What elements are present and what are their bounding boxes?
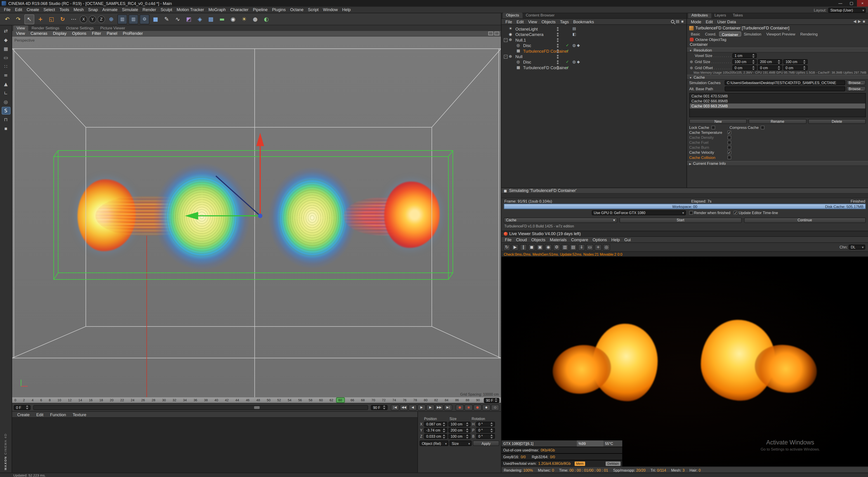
timeline-tick[interactable]: 42 bbox=[225, 398, 228, 402]
timeline-tick[interactable]: 68 bbox=[361, 398, 365, 402]
object-label[interactable]: Disc bbox=[523, 43, 531, 48]
pen-tool-icon[interactable]: ✎ bbox=[162, 14, 172, 24]
close-button[interactable]: × bbox=[857, 0, 868, 6]
timeline-tick[interactable]: 22 bbox=[120, 398, 124, 402]
enabled-check-icon[interactable]: ✓ bbox=[566, 49, 569, 53]
grid-size-field[interactable]: 200 cm bbox=[758, 59, 782, 64]
make-editable-icon[interactable]: ⇄ bbox=[1, 27, 10, 35]
perspective-viewport[interactable]: Perspective Grid Spacing: 10000 cm bbox=[12, 37, 501, 397]
end-frame-field[interactable]: 90 F bbox=[371, 405, 388, 410]
menu-item[interactable]: Character bbox=[228, 7, 251, 12]
live-viewer-menu-item[interactable]: Options bbox=[590, 237, 609, 242]
layout-dropdown[interactable]: Startup (User)▾ bbox=[828, 7, 866, 12]
live-selection-icon[interactable]: ↖ bbox=[24, 14, 34, 24]
record-position-button[interactable]: ● bbox=[473, 404, 482, 410]
parameter-tab[interactable]: Viewport Preview bbox=[764, 31, 798, 36]
visibility-dots[interactable] bbox=[557, 43, 559, 47]
parameter-tab[interactable]: Rendering bbox=[798, 31, 820, 36]
menu-item[interactable]: Edit bbox=[13, 7, 24, 12]
viewport-tab[interactable]: Octane Settings bbox=[63, 26, 97, 31]
play-button[interactable]: ▶ bbox=[417, 404, 426, 410]
size-field[interactable]: 100 cm bbox=[448, 422, 471, 426]
workplane-mode-icon[interactable]: ▭ bbox=[1, 54, 10, 61]
coordinate-system-icon[interactable]: ⊕ bbox=[106, 14, 116, 24]
filter-icon[interactable]: ▤ bbox=[676, 20, 679, 24]
position-field[interactable]: 0.087 cm bbox=[424, 422, 447, 426]
tree-row[interactable]: ▦ TurbulenceFD Container ✓ bbox=[502, 48, 686, 54]
viewport-tab[interactable]: View bbox=[13, 26, 28, 31]
keyframe-selection-button[interactable]: ◆ bbox=[482, 404, 491, 410]
menu-item[interactable]: Help bbox=[340, 7, 353, 12]
view-label[interactable]: Perspective bbox=[14, 38, 35, 42]
floor-icon[interactable]: ▬ bbox=[217, 14, 227, 24]
grid-offset-field[interactable]: 0 cm bbox=[733, 65, 757, 70]
camera-icon[interactable]: ◉ bbox=[545, 244, 552, 250]
attribute-menu-item[interactable]: User Data bbox=[715, 19, 738, 24]
object-label[interactable]: OctaneLight bbox=[515, 26, 538, 31]
timeline-tick[interactable]: 88 bbox=[466, 398, 469, 402]
timeline-tick[interactable]: 38 bbox=[204, 398, 208, 402]
viewport-menu-item[interactable]: View bbox=[13, 31, 28, 36]
live-viewer-menu-item[interactable]: Cloud bbox=[514, 237, 529, 242]
size-mode-dropdown[interactable]: Size▾ bbox=[450, 440, 472, 446]
menu-item[interactable]: Sculpt bbox=[158, 7, 175, 12]
timeline-tick[interactable]: 24 bbox=[131, 398, 134, 402]
menu-item[interactable]: Simulate bbox=[120, 7, 141, 12]
timeline-tick[interactable]: 40 bbox=[215, 398, 218, 402]
attribute-dock-tab[interactable]: Attributes bbox=[688, 13, 711, 18]
start-button[interactable]: Start bbox=[619, 217, 741, 223]
material-menu-item[interactable]: Function bbox=[47, 412, 69, 417]
timeline-tick[interactable]: 34 bbox=[183, 398, 187, 402]
object-label[interactable]: Null.1 bbox=[515, 37, 526, 42]
timeline-tick[interactable]: 32 bbox=[173, 398, 176, 402]
visibility-dots[interactable] bbox=[557, 38, 559, 42]
delete-cache-button[interactable]: Delete bbox=[808, 119, 866, 124]
workplane-lock-icon[interactable]: ▪ bbox=[1, 125, 10, 132]
attribute-dock-tab[interactable]: Takes bbox=[730, 13, 746, 18]
rotation-field[interactable]: 0 ° bbox=[476, 434, 495, 439]
timeline-tick[interactable]: 56 bbox=[298, 398, 302, 402]
timeline-tick[interactable]: 76 bbox=[403, 398, 406, 402]
menu-item[interactable]: Render bbox=[141, 7, 158, 12]
rotation-field[interactable]: 0 ° bbox=[476, 422, 495, 426]
object-label[interactable]: TurbulenceFD Container bbox=[523, 49, 568, 53]
cache-flag-checkbox[interactable] bbox=[727, 141, 731, 145]
add-cube-icon[interactable]: ■ bbox=[151, 14, 160, 24]
object-tags[interactable]: ◍◆ bbox=[572, 60, 581, 64]
mem-button[interactable]: Mem bbox=[575, 461, 585, 466]
menu-item[interactable]: Pipeline bbox=[251, 7, 270, 12]
pause-render-icon[interactable]: ∥ bbox=[520, 244, 527, 250]
timeline-tick[interactable]: 36 bbox=[193, 398, 197, 402]
render-view-icon[interactable]: ▥ bbox=[117, 14, 127, 24]
autokey-button[interactable]: ◉ bbox=[465, 404, 473, 410]
render-when-finished-checkbox[interactable]: Render when finished bbox=[689, 211, 730, 215]
object-label[interactable]: Null bbox=[515, 54, 523, 59]
visibility-dots[interactable] bbox=[557, 55, 559, 58]
timeline-tick[interactable]: 78 bbox=[413, 398, 417, 402]
timeline-tick[interactable]: 70 bbox=[371, 398, 375, 402]
tree-row[interactable]: − ⊕ Null.1 ✓ bbox=[502, 37, 686, 42]
menu-item[interactable]: Animate bbox=[100, 7, 120, 12]
timeline-tick[interactable]: 2 bbox=[23, 398, 25, 402]
z-axis-lock-icon[interactable]: Z bbox=[97, 15, 105, 23]
environment-icon[interactable]: ◐ bbox=[261, 14, 271, 24]
snap-icon[interactable]: S bbox=[1, 107, 10, 114]
camera-icon[interactable]: ◉ bbox=[228, 14, 238, 24]
menu-item[interactable]: Motion Tracker bbox=[174, 7, 206, 12]
viewport-tab[interactable]: Picture Viewer bbox=[97, 26, 129, 31]
attribute-menu-item[interactable]: Mode bbox=[689, 19, 704, 24]
cache-list-item[interactable]: Cache 003 663.25MB bbox=[690, 103, 865, 109]
menu-item[interactable]: MoGraph bbox=[206, 7, 228, 12]
object-manager-tab[interactable]: Objects bbox=[503, 13, 523, 18]
object-label[interactable]: OctaneCamera bbox=[515, 32, 544, 37]
goto-start-button[interactable]: |◀ bbox=[391, 404, 399, 410]
light-icon[interactable]: ☀ bbox=[239, 14, 249, 24]
rotation-field[interactable]: 0 ° bbox=[476, 428, 495, 433]
lock-icon[interactable]: ▪ bbox=[863, 20, 865, 24]
cache-list-item[interactable]: Cache 002 666.89MB bbox=[690, 98, 865, 103]
menu-item[interactable]: Create bbox=[24, 7, 41, 12]
menu-item[interactable]: Tools bbox=[57, 7, 71, 12]
model-mode-icon[interactable]: ◆ bbox=[1, 36, 10, 43]
attribute-dock-tab[interactable]: Layers bbox=[711, 13, 730, 18]
live-viewer-render-area[interactable]: Activate Windows Go to Settings to activ… bbox=[502, 257, 868, 467]
